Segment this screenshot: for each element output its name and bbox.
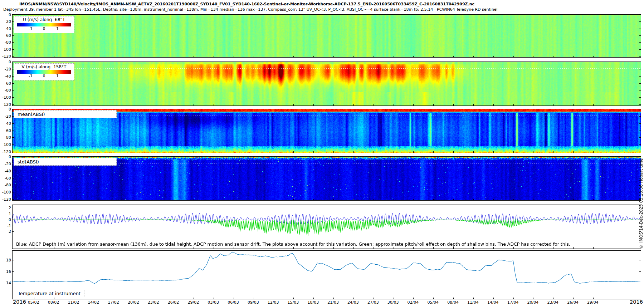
- colorbar-tick-label: 0: [43, 26, 45, 31]
- x-tick-label: 23/04: [547, 300, 558, 304]
- u-legend-title: U (m/s) along -68°T: [14, 17, 74, 22]
- x-tick-label: 27/03: [367, 300, 379, 304]
- std-absi-panel: std(ABSI) 0-20-40-60-80-100-120: [12, 156, 641, 201]
- y-tick-label: -60: [0, 81, 11, 86]
- colorbar-tick-label: 0: [43, 74, 45, 78]
- temperature-plot: [13, 251, 641, 299]
- colorbar-tick-label: 1: [56, 74, 59, 78]
- x-tick-label: 05/04: [427, 300, 439, 304]
- y-tick-label: 16: [0, 269, 11, 274]
- x-tick-label: 08/02: [48, 300, 59, 304]
- y-tick-label: 14: [0, 281, 11, 285]
- std-absi-label: std(ABSI): [14, 158, 117, 166]
- x-tick-label: 06/03: [228, 300, 239, 304]
- x-tick-label: 21/03: [327, 300, 339, 304]
- x-tick-label: 15/03: [288, 300, 299, 304]
- x-tick-label: 09/03: [248, 300, 259, 304]
- y-tick-label: -60: [0, 176, 11, 181]
- x-tick-label: 03/03: [208, 300, 219, 304]
- figure-root: IMOS/ANMN/NSW/SYD140/Velocity/IMOS_ANMN-…: [0, 0, 644, 304]
- x-tick-label: 24/03: [347, 300, 359, 304]
- y-tick-label: -120: [0, 197, 11, 202]
- y-tick-label: -100: [0, 47, 11, 52]
- y-tick-label: 0: [0, 13, 11, 17]
- y-tick-label: -120: [0, 149, 11, 154]
- y-tick-label: -20: [0, 67, 11, 72]
- v-legend-title: V (m/s) along -158°T: [14, 64, 74, 69]
- y-tick-label: 0: [0, 60, 11, 64]
- x-tick-label: 20/02: [128, 300, 139, 304]
- x-tick-label: 11/04: [467, 300, 479, 304]
- y-tick-label: -100: [0, 142, 11, 147]
- u-velocity-heatmap: [13, 15, 641, 57]
- x-tick-label: 02/04: [408, 300, 419, 304]
- y-tick-label: -100: [0, 95, 11, 100]
- y-tick-label: 2: [0, 206, 11, 210]
- x-tick-label: 29/02: [187, 300, 199, 304]
- v-velocity-panel: V (m/s) along -158°T -101 0-20-40-60-80-…: [12, 62, 641, 106]
- y-tick-label: -40: [0, 26, 11, 31]
- colorbar-tick-label: -1: [29, 74, 33, 78]
- y-tick-label: -80: [0, 88, 11, 93]
- v-velocity-legend: V (m/s) along -158°T -101: [14, 63, 74, 80]
- y-tick-label: 18: [0, 258, 11, 263]
- x-tick-label: 17/02: [108, 300, 119, 304]
- y-tick-label: -100: [0, 190, 11, 195]
- u-velocity-panel: U (m/s) along -68°T -101 0-20-40-60-80-1…: [12, 14, 641, 58]
- title-line-1: IMOS/ANMN/NSW/SYD140/Velocity/IMOS_ANMN-…: [19, 2, 474, 6]
- y-tick-label: -80: [0, 183, 11, 187]
- imos-watermark: © IMOS 14-Dec-2025 03:10:06 Hobart time: [639, 158, 644, 249]
- temperature-label: Temperature at instrument: [14, 290, 84, 297]
- depth-variation-panel: Blue: ADCP Depth (m) variation from sens…: [12, 205, 641, 249]
- x-tick-label: 23/02: [148, 300, 159, 304]
- y-tick-label: -80: [0, 40, 11, 45]
- y-tick-label: -60: [0, 33, 11, 38]
- y-tick-label: -2: [0, 229, 11, 234]
- x-axis-year-left: 2016: [13, 299, 26, 304]
- x-tick-label: 26/02: [168, 300, 179, 304]
- u-velocity-legend: U (m/s) along -68°T -101: [14, 16, 74, 33]
- x-tick-label: 08/04: [447, 300, 459, 304]
- mean-absi-panel: mean(ABSI) 0-20-40-60-80-100-120: [12, 109, 641, 153]
- colorbar-tick-label: -1: [29, 26, 33, 31]
- x-tick-label: 18/03: [307, 300, 319, 304]
- v-colorbar: [17, 70, 71, 74]
- x-tick-label: 05/02: [28, 300, 39, 304]
- depth-annotation-text: Blue: ADCP Depth (m) variation from sens…: [16, 241, 570, 247]
- x-tick-label: 17/04: [507, 300, 519, 304]
- y-tick-label: 1: [0, 212, 11, 216]
- y-tick-label: -40: [0, 121, 11, 126]
- x-tick-label: 30/03: [387, 300, 399, 304]
- title-line-2: Deployment 39, member 1 lat=34S lon=151.…: [3, 7, 497, 12]
- y-tick-label: 0: [0, 217, 11, 222]
- y-tick-label: 0: [0, 155, 11, 159]
- u-colorbar-ticks: -101: [17, 26, 71, 31]
- v-velocity-heatmap: [13, 62, 641, 106]
- x-tick-label: 20/04: [527, 300, 539, 304]
- x-axis-year-right: 2016: [630, 299, 643, 304]
- x-tick-label: 12/03: [268, 300, 279, 304]
- y-tick-label: -40: [0, 74, 11, 79]
- x-tick-label: 29/04: [587, 300, 599, 304]
- y-tick-label: -80: [0, 135, 11, 140]
- x-tick-label: 14/02: [88, 300, 99, 304]
- y-tick-label: -40: [0, 169, 11, 173]
- y-tick-label: -20: [0, 114, 11, 119]
- y-tick-label: -120: [0, 54, 11, 59]
- mean-absi-label: mean(ABSI): [14, 110, 117, 118]
- temperature-panel: Temperature at instrument 181614: [12, 250, 641, 299]
- y-tick-label: 0: [0, 107, 11, 112]
- u-colorbar: [17, 23, 71, 26]
- colorbar-tick-label: 1: [56, 26, 59, 31]
- x-tick-label: 11/02: [68, 300, 79, 304]
- v-colorbar-ticks: -101: [17, 74, 71, 78]
- y-tick-label: -20: [0, 162, 11, 166]
- x-tick-label: 26/04: [567, 300, 579, 304]
- y-tick-label: -120: [0, 102, 11, 107]
- y-tick-label: -1: [0, 224, 11, 228]
- x-axis-date-labels: 05/0208/0211/0214/0217/0220/0223/0226/02…: [0, 300, 644, 304]
- y-tick-label: -20: [0, 19, 11, 24]
- x-tick-label: 14/04: [487, 300, 499, 304]
- y-tick-label: -60: [0, 128, 11, 133]
